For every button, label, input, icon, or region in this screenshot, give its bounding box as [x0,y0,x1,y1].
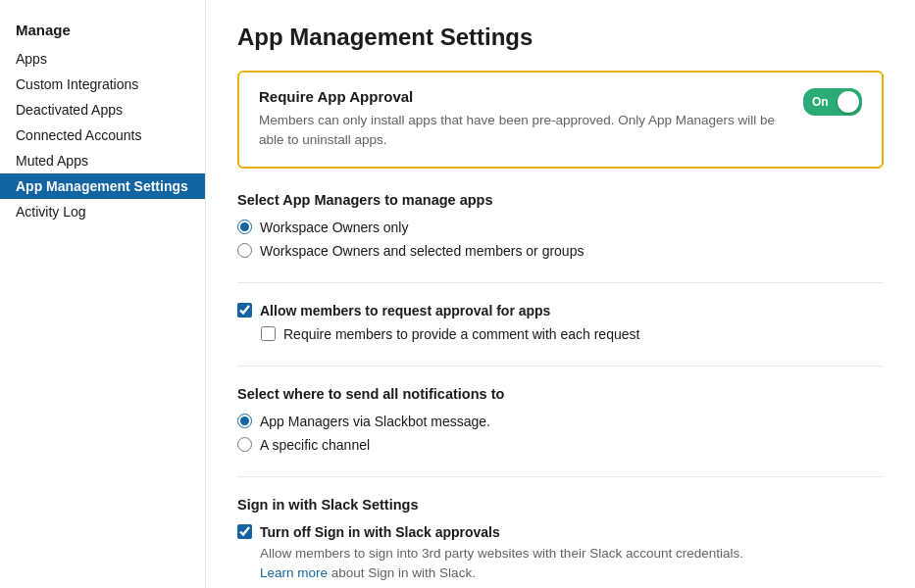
sidebar-item-deactivated-apps[interactable]: Deactivated Apps [0,97,205,122]
allow-request-checkbox[interactable] [237,303,252,318]
divider-2 [237,366,884,367]
approval-request-checkboxes: Allow members to request approval for ap… [237,303,884,342]
signin-description: Allow members to sign into 3rd party web… [260,544,884,584]
sidebar-item-app-management-settings[interactable]: App Management Settings [0,173,205,199]
divider-1 [237,282,884,283]
radio-workspace-owners-only-label: Workspace Owners only [260,220,408,235]
approval-card-description: Members can only install apps that have … [259,111,784,151]
signin-section: Sign in with Slack Settings Turn off Sig… [237,497,884,584]
turn-off-signin-checkbox[interactable] [237,524,252,539]
sidebar-item-custom-integrations[interactable]: Custom Integrations [0,72,205,97]
approval-card: Require App Approval Members can only in… [237,71,884,169]
approval-card-content: Require App Approval Members can only in… [259,88,784,151]
app-managers-radio-group: Workspace Owners only Workspace Owners a… [237,220,884,259]
sidebar-item-connected-accounts[interactable]: Connected Accounts [0,122,205,148]
notifications-section: Select where to send all notifications t… [237,386,884,453]
signin-desc-after-link: about Sign in with Slack. [328,565,476,580]
allow-request-label: Allow members to request approval for ap… [260,303,550,318]
radio-specific-channel-input[interactable] [237,437,252,452]
radio-via-slackbot[interactable]: App Managers via Slackbot message. [237,414,884,429]
radio-workspace-owners-only-input[interactable] [237,220,252,234]
sidebar-section-title: Manage [0,16,205,46]
sidebar-item-muted-apps[interactable]: Muted Apps [0,148,205,173]
allow-request-checkbox-option[interactable]: Allow members to request approval for ap… [237,303,884,318]
sidebar-item-apps[interactable]: Apps [0,46,205,72]
toggle-track[interactable]: On [803,88,862,116]
require-comment-label: Require members to provide a comment wit… [283,326,639,342]
signin-checkboxes: Turn off Sign in with Slack approvals [237,524,884,540]
notifications-title: Select where to send all notifications t… [237,386,884,402]
radio-via-slackbot-input[interactable] [237,414,252,428]
radio-workspace-owners-groups-input[interactable] [237,243,252,258]
sidebar-item-activity-log[interactable]: Activity Log [0,199,205,224]
page-title: App Management Settings [237,24,884,51]
learn-more-link[interactable]: Learn more [260,565,328,580]
require-approval-toggle[interactable]: On [803,88,862,116]
radio-workspace-owners-groups-label: Workspace Owners and selected members or… [260,243,584,259]
radio-via-slackbot-label: App Managers via Slackbot message. [260,414,490,429]
notifications-radio-group: App Managers via Slackbot message. A spe… [237,414,884,453]
sidebar: Manage Apps Custom Integrations Deactiva… [0,0,206,588]
radio-specific-channel[interactable]: A specific channel [237,437,884,453]
require-comment-checkbox-option[interactable]: Require members to provide a comment wit… [261,326,884,342]
radio-specific-channel-label: A specific channel [260,437,370,453]
radio-workspace-owners-only[interactable]: Workspace Owners only [237,220,884,235]
divider-3 [237,476,884,477]
require-comment-checkbox[interactable] [261,326,276,341]
turn-off-signin-checkbox-option[interactable]: Turn off Sign in with Slack approvals [237,524,884,540]
turn-off-signin-label: Turn off Sign in with Slack approvals [260,524,500,540]
app-managers-title: Select App Managers to manage apps [237,192,884,208]
toggle-on-label: On [812,95,829,109]
toggle-thumb [838,91,859,113]
approval-card-title: Require App Approval [259,88,784,105]
main-content: App Management Settings Require App Appr… [206,0,915,588]
app-managers-section: Select App Managers to manage apps Works… [237,192,884,259]
approval-request-section: Allow members to request approval for ap… [237,303,884,342]
signin-title: Sign in with Slack Settings [237,497,884,513]
signin-desc-before-link: Allow members to sign into 3rd party web… [260,546,743,561]
radio-workspace-owners-groups[interactable]: Workspace Owners and selected members or… [237,243,884,259]
